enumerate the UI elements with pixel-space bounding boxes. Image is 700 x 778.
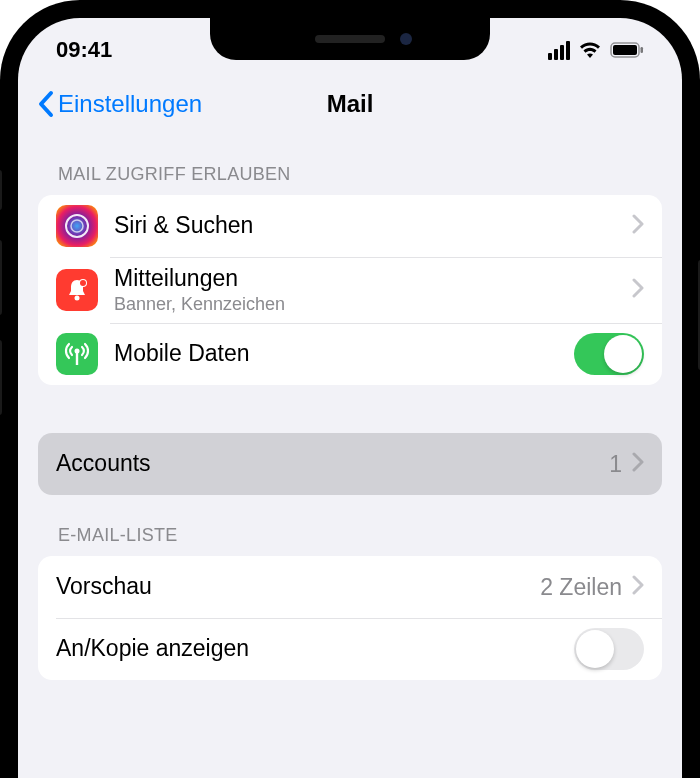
chevron-right-icon	[632, 575, 644, 599]
row-accounts[interactable]: Accounts 1	[38, 433, 662, 495]
screen: 09:41 Einstellungen Mail MAIL ZUG	[18, 18, 682, 778]
volume-up-button	[0, 240, 2, 315]
row-sublabel: Banner, Kennzeichen	[114, 294, 632, 316]
siri-icon	[56, 205, 98, 247]
mute-switch	[0, 170, 2, 210]
wifi-icon	[578, 41, 602, 59]
row-cellular-data[interactable]: Mobile Daten	[38, 323, 662, 385]
speaker-grille	[315, 35, 385, 43]
svg-point-7	[80, 280, 86, 286]
row-notifications[interactable]: Mitteilungen Banner, Kennzeichen	[38, 257, 662, 323]
toggle-knob	[576, 630, 614, 668]
svg-rect-1	[613, 45, 637, 55]
device-frame: 09:41 Einstellungen Mail MAIL ZUG	[0, 0, 700, 778]
row-label: Mobile Daten	[114, 340, 574, 368]
group-accounts: Accounts 1	[38, 433, 662, 495]
front-camera	[400, 33, 412, 45]
chevron-right-icon	[632, 278, 644, 302]
toggle-knob	[604, 335, 642, 373]
chevron-left-icon	[36, 90, 54, 118]
page-title: Mail	[327, 90, 374, 118]
row-preview[interactable]: Vorschau 2 Zeilen	[38, 556, 662, 618]
notch	[210, 18, 490, 60]
svg-point-4	[71, 220, 83, 232]
svg-rect-2	[641, 47, 644, 53]
chevron-right-icon	[632, 452, 644, 476]
battery-icon	[610, 42, 644, 58]
section-header-allow-access: MAIL ZUGRIFF ERLAUBEN	[38, 134, 662, 195]
svg-point-3	[66, 215, 88, 237]
volume-down-button	[0, 340, 2, 415]
accounts-count: 1	[609, 451, 622, 478]
row-label: Mitteilungen	[114, 265, 632, 293]
row-show-to-cc[interactable]: An/Kopie anzeigen	[38, 618, 662, 680]
preview-value: 2 Zeilen	[540, 574, 622, 601]
row-label: Vorschau	[56, 573, 540, 601]
cellular-data-icon	[56, 333, 98, 375]
row-label: Accounts	[56, 450, 609, 478]
back-button[interactable]: Einstellungen	[36, 90, 202, 118]
row-label: An/Kopie anzeigen	[56, 635, 574, 663]
svg-point-5	[75, 296, 80, 301]
svg-rect-9	[76, 352, 78, 365]
section-header-email-list: E-MAIL-LISTE	[38, 495, 662, 556]
notifications-icon	[56, 269, 98, 311]
chevron-right-icon	[632, 214, 644, 238]
cellular-data-toggle[interactable]	[574, 333, 644, 375]
row-label: Siri & Suchen	[114, 212, 632, 240]
navigation-bar: Einstellungen Mail	[18, 74, 682, 134]
row-siri-search[interactable]: Siri & Suchen	[38, 195, 662, 257]
group-allow-access: Siri & Suchen Mitteilungen Banner, Kennz…	[38, 195, 662, 385]
back-label: Einstellungen	[58, 90, 202, 118]
group-email-list: Vorschau 2 Zeilen An/Kopie anzeigen	[38, 556, 662, 680]
to-cc-toggle[interactable]	[574, 628, 644, 670]
status-time: 09:41	[56, 37, 112, 63]
cellular-signal-icon	[548, 41, 570, 60]
